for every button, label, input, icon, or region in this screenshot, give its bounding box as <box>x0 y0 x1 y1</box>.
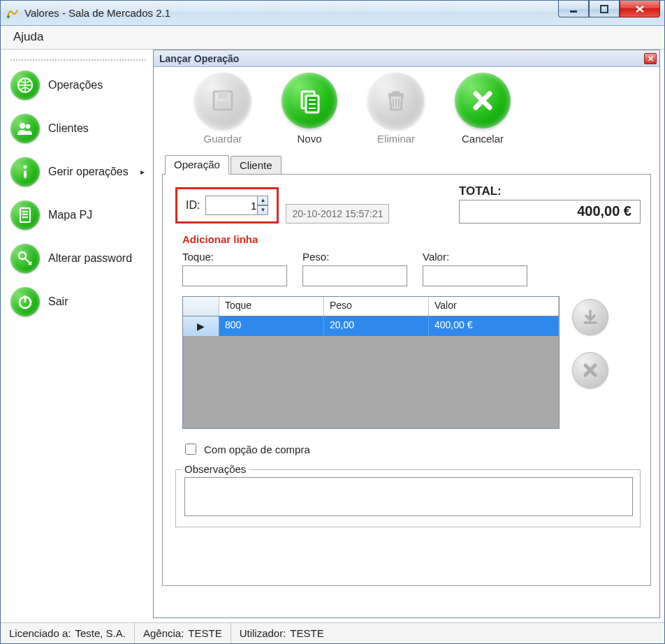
sidebar-item-gerir-operacoes[interactable]: Gerir operações ▸ <box>8 154 149 189</box>
id-spin-down[interactable]: ▼ <box>257 205 268 215</box>
peso-input[interactable] <box>302 265 407 286</box>
peso-label: Peso: <box>302 251 407 263</box>
sidebar-item-operacoes[interactable]: Operações <box>8 68 149 103</box>
users-icon <box>10 114 40 143</box>
tab-operacao[interactable]: Operação <box>165 155 229 175</box>
status-utilizador-label: Utilizador: <box>240 627 286 639</box>
toolbar-label: Guardar <box>203 133 242 145</box>
grid-row-indicator: ▶ <box>183 316 219 336</box>
observacoes-label: Observações <box>182 463 249 475</box>
menu-ajuda[interactable]: Ajuda <box>13 30 43 43</box>
grid-header-selector <box>183 297 219 316</box>
observacoes-input[interactable] <box>184 477 633 516</box>
power-icon <box>10 287 40 316</box>
toolbar: Guardar Novo Eliminar <box>154 67 659 147</box>
status-agencia-value: TESTE <box>188 627 221 639</box>
app-icon <box>6 7 19 20</box>
lines-grid[interactable]: Toque Peso Valor ▶ 800 20,00 400,00 € <box>182 296 560 429</box>
grid-header-toque: Toque <box>219 297 324 316</box>
total-value: 400,00 € <box>459 200 641 224</box>
grid-header-valor: Valor <box>429 297 559 316</box>
grid-row[interactable]: ▶ 800 20,00 400,00 € <box>183 316 559 336</box>
observacoes-group: Observações <box>175 469 641 527</box>
guardar-button[interactable]: Guardar <box>191 73 254 145</box>
status-agencia-label: Agência: <box>143 627 184 639</box>
menubar: Ajuda <box>1 26 664 50</box>
id-spin-up[interactable]: ▲ <box>257 196 268 205</box>
grid-header: Toque Peso Valor <box>183 297 559 316</box>
sidebar-item-sair[interactable]: Sair <box>8 284 149 319</box>
adicionar-linha-label: Adicionar linha <box>182 233 641 245</box>
toolbar-label: Cancelar <box>462 133 504 145</box>
svg-point-0 <box>7 15 10 18</box>
window-close-button[interactable] <box>620 1 660 17</box>
novo-button[interactable]: Novo <box>278 73 341 145</box>
svg-point-6 <box>24 166 27 169</box>
svg-point-5 <box>26 124 31 129</box>
inner-window-titlebar: Lançar Operação ✕ <box>154 50 659 67</box>
id-highlight-box: ID: ▲ ▼ <box>175 187 279 224</box>
status-utilizador-value: TESTE <box>290 627 323 639</box>
svg-rect-13 <box>217 101 229 108</box>
cancel-icon <box>455 73 511 129</box>
inner-window-close-button[interactable]: ✕ <box>644 53 657 64</box>
window-minimize-button[interactable] <box>558 1 589 17</box>
toolbar-label: Eliminar <box>377 133 415 145</box>
sidebar-item-alterar-password[interactable]: Alterar password <box>8 241 149 276</box>
svg-rect-12 <box>218 92 228 98</box>
id-label: ID: <box>186 199 200 212</box>
cancelar-button[interactable]: Cancelar <box>451 73 514 145</box>
sidebar-item-label: Alterar password <box>48 252 132 265</box>
grid-header-peso: Peso <box>324 297 429 316</box>
globe-icon <box>10 71 40 100</box>
sidebar-item-clientes[interactable]: Clientes <box>8 111 149 146</box>
status-licenciado-label: Licenciado a: <box>9 627 71 639</box>
total-label: TOTAL: <box>459 184 641 198</box>
svg-rect-2 <box>601 6 608 13</box>
statusbar: Licenciado a: Teste, S.A. Agência: TESTE… <box>1 622 664 643</box>
id-input[interactable] <box>205 196 260 215</box>
remove-line-button[interactable] <box>572 352 608 388</box>
sidebar-item-mapa-pj[interactable]: Mapa PJ <box>8 198 149 233</box>
tab-cliente[interactable]: Cliente <box>231 156 282 175</box>
sidebar-item-label: Operações <box>48 79 103 92</box>
inner-window: Lançar Operação ✕ Guardar Novo <box>153 50 660 618</box>
svg-point-9 <box>19 252 26 259</box>
sidebar-item-label: Clientes <box>48 122 89 135</box>
sidebar-item-label: Gerir operações <box>48 166 129 178</box>
com-opcao-checkbox[interactable] <box>185 444 196 455</box>
datetime-field: 20-10-2012 15:57:21 <box>286 204 389 224</box>
window-maximize-button[interactable] <box>589 1 620 17</box>
toolbar-label: Novo <box>297 133 321 145</box>
chevron-right-icon: ▸ <box>140 167 145 177</box>
sidebar-divider <box>10 59 146 61</box>
new-document-icon <box>282 73 337 129</box>
add-line-button[interactable] <box>572 299 608 335</box>
document-icon <box>10 200 40 230</box>
com-opcao-label: Com opção de compra <box>204 444 310 455</box>
sidebar: Operações Clientes Gerir operações ▸ Map… <box>1 50 153 622</box>
svg-point-4 <box>20 123 25 129</box>
sidebar-item-label: Mapa PJ <box>48 209 92 221</box>
valor-input[interactable] <box>423 265 527 286</box>
window-title: Valores - Sala de Mercados 2.1 <box>24 7 170 19</box>
eliminar-button[interactable]: Eliminar <box>365 73 428 145</box>
save-icon <box>195 73 251 129</box>
toque-input[interactable] <box>182 265 287 286</box>
inner-window-title: Lançar Operação <box>159 53 239 64</box>
info-icon <box>10 157 40 186</box>
status-licenciado-value: Teste, S.A. <box>75 627 126 639</box>
sidebar-item-label: Sair <box>48 295 68 308</box>
trash-icon <box>368 73 424 129</box>
key-icon <box>10 244 40 273</box>
tabstrip: Operação Cliente <box>154 147 659 174</box>
valor-label: Valor: <box>423 251 527 263</box>
svg-rect-7 <box>24 170 27 178</box>
grid-cell-valor: 400,00 € <box>429 316 559 336</box>
toque-label: Toque: <box>182 251 287 263</box>
svg-rect-1 <box>570 10 577 13</box>
grid-cell-toque: 800 <box>219 316 324 336</box>
window-titlebar: Valores - Sala de Mercados 2.1 <box>1 1 664 26</box>
grid-cell-peso: 20,00 <box>324 316 429 336</box>
tabpanel-operacao: ID: ▲ ▼ 20-10-2012 15:57:21 TOTAL: 400,0… <box>162 174 651 586</box>
